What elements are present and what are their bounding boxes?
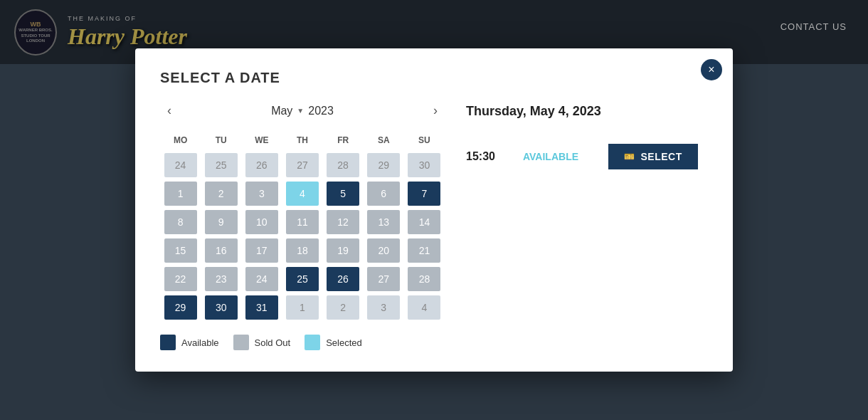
legend-sold-out: Sold Out bbox=[233, 335, 291, 350]
calendar-day-outside: 27 bbox=[286, 153, 319, 177]
calendar-day-gray: 22 bbox=[164, 267, 197, 291]
calendar-day-gray: 16 bbox=[205, 238, 238, 263]
table-row: 10 bbox=[241, 208, 282, 236]
calendar-day-gray: 14 bbox=[408, 210, 440, 234]
table-row: 18 bbox=[282, 236, 322, 265]
calendar-day-gray: 11 bbox=[286, 210, 319, 234]
table-row: 3 bbox=[241, 179, 282, 208]
time-slot-row: 15:30 AVAILABLE 🎫 SELECT bbox=[466, 137, 708, 177]
calendar-day-available[interactable]: 5 bbox=[327, 182, 359, 206]
calendar-day-outside: 24 bbox=[164, 153, 197, 177]
calendar-day-outside: 26 bbox=[245, 153, 278, 177]
available-label: Available bbox=[181, 337, 219, 348]
calendar-grid: MOTUWETHFRSASU 2425262728293012345678910… bbox=[160, 132, 445, 322]
select-btn-label: SELECT bbox=[641, 151, 682, 162]
calendar-week-row: 891011121314 bbox=[160, 208, 445, 236]
calendar-week-row: 22232425262728 bbox=[160, 265, 445, 293]
table-row: 4 bbox=[282, 179, 322, 208]
calendar-day-selected[interactable]: 4 bbox=[286, 182, 319, 206]
table-row: 24 bbox=[160, 151, 201, 179]
table-row: 13 bbox=[364, 208, 404, 236]
table-row: 2 bbox=[201, 179, 241, 208]
detail-panel: Thursday, May 4, 2023 15:30 AVAILABLE 🎫 … bbox=[466, 100, 708, 350]
table-row: 29 bbox=[160, 293, 201, 322]
modal-title: SELECT A DATE bbox=[160, 70, 708, 86]
table-row: 25 bbox=[201, 151, 241, 179]
background: WB WARNER BROS. STUDIO TOUR LONDON The M… bbox=[0, 0, 868, 420]
calendar-day-gray: 13 bbox=[367, 210, 400, 234]
calendar-day-outside: 30 bbox=[408, 153, 440, 177]
calendar: ‹ May ▼ 2023 › MOTUWETHFRSASU bbox=[160, 100, 445, 350]
modal-body: ‹ May ▼ 2023 › MOTUWETHFRSASU bbox=[160, 100, 708, 350]
weekday-header-cell: SA bbox=[364, 132, 404, 151]
table-row: 14 bbox=[404, 208, 445, 236]
legend-selected: Selected bbox=[305, 335, 362, 350]
calendar-day-outside: 4 bbox=[408, 295, 440, 320]
table-row: 1 bbox=[160, 179, 201, 208]
next-month-button[interactable]: › bbox=[426, 100, 445, 121]
calendar-day-available[interactable]: 25 bbox=[286, 267, 319, 291]
calendar-day-available[interactable]: 7 bbox=[408, 182, 440, 206]
calendar-day-gray: 9 bbox=[205, 210, 238, 234]
table-row: 9 bbox=[201, 208, 241, 236]
table-row: 16 bbox=[201, 236, 241, 265]
selected-swatch bbox=[305, 335, 320, 350]
calendar-day-gray: 10 bbox=[245, 210, 278, 234]
calendar-day-outside: 2 bbox=[327, 295, 359, 320]
calendar-day-outside: 28 bbox=[327, 153, 359, 177]
weekday-header-cell: MO bbox=[160, 132, 201, 151]
table-row: 30 bbox=[404, 151, 445, 179]
calendar-day-available[interactable]: 31 bbox=[245, 295, 278, 320]
calendar-day-available[interactable]: 30 bbox=[205, 295, 238, 320]
legend: Available Sold Out Selected bbox=[160, 335, 445, 350]
table-row: 24 bbox=[241, 265, 282, 293]
sold-out-label: Sold Out bbox=[255, 337, 291, 348]
table-row: 22 bbox=[160, 265, 201, 293]
weekday-header-cell: WE bbox=[241, 132, 282, 151]
calendar-week-row: 1234567 bbox=[160, 179, 445, 208]
table-row: 5 bbox=[323, 179, 364, 208]
select-button[interactable]: 🎫 SELECT bbox=[608, 144, 698, 169]
modal-dialog: × SELECT A DATE ‹ May ▼ 2023 bbox=[135, 48, 733, 372]
selected-label: Selected bbox=[326, 337, 362, 348]
table-row: 1 bbox=[282, 293, 322, 322]
table-row: 20 bbox=[364, 236, 404, 265]
calendar-day-gray: 17 bbox=[245, 238, 278, 263]
select-icon: 🎫 bbox=[624, 152, 635, 162]
prev-month-button[interactable]: ‹ bbox=[160, 100, 179, 121]
calendar-day-available[interactable]: 29 bbox=[164, 295, 197, 320]
calendar-day-gray: 21 bbox=[408, 238, 440, 263]
table-row: 28 bbox=[323, 151, 364, 179]
calendar-nav: ‹ May ▼ 2023 › bbox=[160, 100, 445, 121]
table-row: 25 bbox=[282, 265, 322, 293]
calendar-day-gray: 19 bbox=[327, 238, 359, 263]
table-row: 30 bbox=[201, 293, 241, 322]
table-row: 4 bbox=[404, 293, 445, 322]
weekday-header-cell: TU bbox=[201, 132, 241, 151]
table-row: 27 bbox=[364, 265, 404, 293]
table-row: 2 bbox=[323, 293, 364, 322]
table-row: 28 bbox=[404, 265, 445, 293]
weekday-header-cell: FR bbox=[323, 132, 364, 151]
sold-out-swatch bbox=[233, 335, 249, 350]
table-row: 31 bbox=[241, 293, 282, 322]
time-label: 15:30 bbox=[466, 150, 509, 163]
calendar-day-available[interactable]: 26 bbox=[327, 267, 359, 291]
legend-available: Available bbox=[160, 335, 219, 350]
calendar-day-outside: 29 bbox=[367, 153, 400, 177]
calendar-day-gray: 23 bbox=[205, 267, 238, 291]
calendar-day-gray: 8 bbox=[164, 210, 197, 234]
calendar-day-outside: 25 bbox=[205, 153, 238, 177]
table-row: 6 bbox=[364, 179, 404, 208]
table-row: 15 bbox=[160, 236, 201, 265]
table-row: 21 bbox=[404, 236, 445, 265]
calendar-week-row: 24252627282930 bbox=[160, 151, 445, 179]
modal-backdrop: × SELECT A DATE ‹ May ▼ 2023 bbox=[0, 0, 868, 420]
table-row: 17 bbox=[241, 236, 282, 265]
modal-close-button[interactable]: × bbox=[701, 59, 722, 80]
calendar-week-row: 15161718192021 bbox=[160, 236, 445, 265]
table-row: 11 bbox=[282, 208, 322, 236]
table-row: 27 bbox=[282, 151, 322, 179]
month-year-label: May ▼ 2023 bbox=[271, 105, 334, 117]
calendar-day-gray: 2 bbox=[205, 182, 238, 206]
